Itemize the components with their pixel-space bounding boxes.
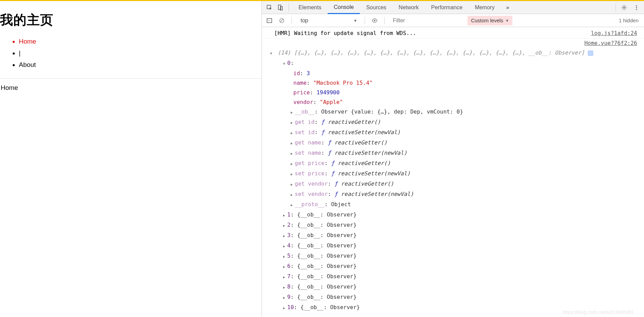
svg-point-5: [636, 7, 637, 8]
toggle-sidebar-icon[interactable]: [265, 16, 274, 25]
tab-performance[interactable]: Performance: [425, 1, 469, 14]
more-tabs-icon[interactable]: »: [503, 3, 512, 12]
nav-item-home[interactable]: Home: [19, 36, 262, 47]
context-select[interactable]: top ▼: [296, 16, 360, 25]
log-row-hmr[interactable]: [HMR] Waiting for update signal from WDS…: [262, 28, 644, 38]
prop-vendor[interactable]: vendor: "Apple": [269, 97, 637, 107]
prop-price[interactable]: price: 1949900: [269, 88, 637, 97]
prop-accessor[interactable]: set price: ƒ reactiveSetter(newVal): [269, 169, 637, 179]
expand-toggle-icon[interactable]: [269, 48, 274, 58]
prop-accessor[interactable]: set name: ƒ reactiveSetter(newVal): [269, 148, 637, 158]
expand-toggle-icon[interactable]: [289, 148, 294, 158]
svg-point-6: [636, 9, 637, 10]
hidden-count[interactable]: 1 hidden: [619, 17, 639, 23]
prop-proto[interactable]: __proto__: Object: [269, 200, 637, 210]
chevron-down-icon: ▼: [505, 19, 509, 23]
array-summary[interactable]: (14) [{…}, {…}, {…}, {…}, {…}, {…}, {…},…: [269, 48, 637, 58]
live-expression-icon[interactable]: [370, 16, 379, 25]
subbar-divider: [384, 17, 385, 24]
subbar-divider: [365, 17, 365, 24]
expand-toggle-icon[interactable]: [289, 128, 294, 138]
expand-toggle-icon[interactable]: [282, 58, 287, 69]
array-index-collapsed[interactable]: 4: {__ob__: Observer}: [269, 241, 637, 251]
tab-console[interactable]: Console: [328, 1, 360, 14]
log-message: [HMR] Waiting for update signal from WDS…: [274, 28, 583, 38]
console-body[interactable]: [HMR] Waiting for update signal from WDS…: [262, 27, 644, 317]
log-source-link[interactable]: Home.vue?76f2:26: [584, 38, 637, 48]
expand-toggle-icon[interactable]: [289, 179, 294, 189]
log-source-link[interactable]: log.js?1afd:24: [591, 28, 637, 38]
console-filter-input[interactable]: [389, 16, 462, 25]
expand-toggle-icon[interactable]: [282, 292, 287, 303]
prop-accessor[interactable]: get vendor: ƒ reactiveGetter(): [269, 179, 637, 189]
tab-network[interactable]: Network: [392, 1, 425, 14]
devtools-toolbar: Elements Console Sources Network Perform…: [262, 1, 644, 14]
route-view: Home: [0, 79, 262, 92]
page-title: 我的主页: [0, 11, 262, 29]
expand-toggle-icon[interactable]: [282, 261, 287, 272]
expand-toggle-icon[interactable]: [282, 282, 287, 292]
devtools: Elements Console Sources Network Perform…: [262, 1, 644, 317]
info-badge-icon[interactable]: i: [588, 50, 593, 56]
chevron-down-icon: ▼: [353, 19, 357, 23]
array-index-collapsed[interactable]: 1: {__ob__: Observer}: [269, 210, 637, 220]
nav-link-home[interactable]: Home: [19, 38, 36, 45]
prop-id[interactable]: id: 3: [269, 69, 637, 78]
prop-accessor[interactable]: set id: ƒ reactiveSetter(newVal): [269, 128, 637, 138]
expand-toggle-icon[interactable]: [282, 231, 287, 241]
prop-ob[interactable]: __ob__: Observer {value: {…}, dep: Dep, …: [269, 107, 637, 117]
expand-toggle-icon[interactable]: [282, 272, 287, 282]
settings-icon[interactable]: [619, 3, 629, 12]
array-index-collapsed[interactable]: 7: {__ob__: Observer}: [269, 272, 637, 282]
expand-toggle-icon[interactable]: [282, 241, 287, 251]
expand-toggle-icon[interactable]: [289, 189, 294, 200]
array-index-collapsed[interactable]: 8: {__ob__: Observer}: [269, 282, 637, 292]
array-index-collapsed[interactable]: 6: {__ob__: Observer}: [269, 261, 637, 272]
expand-toggle-icon[interactable]: [282, 251, 287, 261]
log-row-array-src[interactable]: Home.vue?76f2:26: [262, 38, 644, 48]
nav-separator: |: [19, 47, 262, 59]
nav-list: Home | About: [0, 36, 262, 71]
array-index-collapsed[interactable]: 9: {__ob__: Observer}: [269, 292, 637, 303]
array-index-collapsed[interactable]: 5: {__ob__: Observer}: [269, 251, 637, 261]
log-levels-select[interactable]: Custom levels ▼: [467, 16, 512, 25]
prop-accessor[interactable]: set vendor: ƒ reactiveSetter(newVal): [269, 189, 637, 200]
toggle-device-icon[interactable]: [276, 3, 285, 12]
expand-toggle-icon[interactable]: [289, 138, 294, 148]
expand-toggle-icon[interactable]: [289, 158, 294, 169]
tab-memory[interactable]: Memory: [469, 1, 501, 14]
kebab-menu-icon[interactable]: [632, 3, 641, 12]
devtools-tabs: Elements Console Sources Network Perform…: [292, 1, 612, 14]
array-index-0[interactable]: 0:: [269, 58, 637, 69]
toolbar-right: [619, 3, 641, 12]
inspect-element-icon[interactable]: [265, 3, 274, 12]
expand-toggle-icon[interactable]: [289, 169, 294, 179]
expand-toggle-icon[interactable]: [282, 220, 287, 231]
expand-toggle-icon[interactable]: [289, 117, 294, 128]
expand-toggle-icon[interactable]: [289, 107, 294, 117]
prop-accessor[interactable]: get price: ƒ reactiveGetter(): [269, 158, 637, 169]
page-content: 我的主页 Home | About: [0, 1, 262, 78]
watermark: https://blog.csdn.net/u013946061: [563, 309, 634, 315]
array-index-collapsed[interactable]: 2: {__ob__: Observer}: [269, 220, 637, 231]
toolbar-divider: [289, 3, 289, 12]
tab-elements[interactable]: Elements: [292, 1, 328, 14]
expand-toggle-icon[interactable]: [289, 200, 294, 210]
array-index-collapsed[interactable]: 3: {__ob__: Observer}: [269, 231, 637, 241]
page-pane: 我的主页 Home | About Home: [0, 1, 262, 317]
prop-accessor[interactable]: get id: ƒ reactiveGetter(): [269, 117, 637, 128]
svg-point-3: [623, 7, 625, 8]
toolbar-divider: [616, 3, 616, 12]
expand-toggle-icon[interactable]: [282, 210, 287, 220]
clear-console-icon[interactable]: [277, 16, 287, 25]
svg-point-4: [636, 5, 637, 6]
nav-link-about[interactable]: About: [19, 61, 36, 68]
log-array-block[interactable]: (14) [{…}, {…}, {…}, {…}, {…}, {…}, {…},…: [262, 48, 644, 313]
expand-toggle-icon[interactable]: [282, 303, 287, 313]
prop-accessor[interactable]: get name: ƒ reactiveGetter(): [269, 138, 637, 148]
tab-sources[interactable]: Sources: [360, 1, 392, 14]
subbar-divider: [291, 17, 292, 24]
nav-item-about[interactable]: About: [19, 59, 262, 71]
svg-point-10: [374, 20, 376, 21]
prop-name[interactable]: name: "Macbook Pro 15.4": [269, 78, 637, 88]
